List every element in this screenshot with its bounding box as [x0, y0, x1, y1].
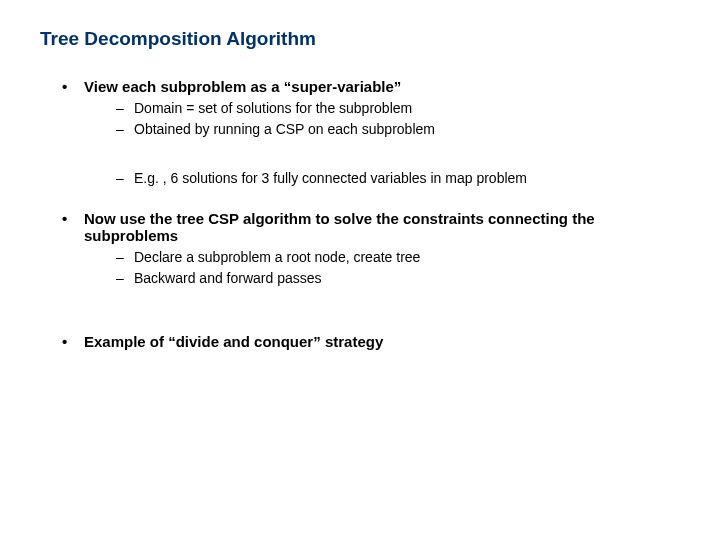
bullet-item: View each subproblem as a “super-variabl… — [62, 78, 680, 188]
sub-bullet-item: Declare a subproblem a root node, create… — [116, 248, 680, 267]
sub-bullet-item: Domain = set of solutions for the subpro… — [116, 99, 680, 118]
slide: Tree Decomposition Algorithm View each s… — [0, 0, 720, 540]
sub-bullet-item: Obtained by running a CSP on each subpro… — [116, 120, 680, 139]
slide-title: Tree Decomposition Algorithm — [40, 28, 680, 50]
bullet-text: Now use the tree CSP algorithm to solve … — [84, 210, 595, 244]
bullet-list: View each subproblem as a “super-variabl… — [40, 78, 680, 350]
sub-bullet-list: E.g. , 6 solutions for 3 fully connected… — [84, 169, 680, 188]
sub-bullet-item: E.g. , 6 solutions for 3 fully connected… — [116, 169, 680, 188]
spacer — [62, 194, 680, 210]
sub-bullet-list: Domain = set of solutions for the subpro… — [84, 99, 680, 139]
bullet-text: Example of “divide and conquer” strategy — [84, 333, 383, 350]
bullet-text: View each subproblem as a “super-variabl… — [84, 78, 401, 95]
bullet-item: Now use the tree CSP algorithm to solve … — [62, 210, 680, 288]
spacer — [84, 141, 680, 165]
spacer — [62, 293, 680, 333]
sub-bullet-item: Backward and forward passes — [116, 269, 680, 288]
bullet-item: Example of “divide and conquer” strategy — [62, 333, 680, 350]
sub-bullet-list: Declare a subproblem a root node, create… — [84, 248, 680, 288]
